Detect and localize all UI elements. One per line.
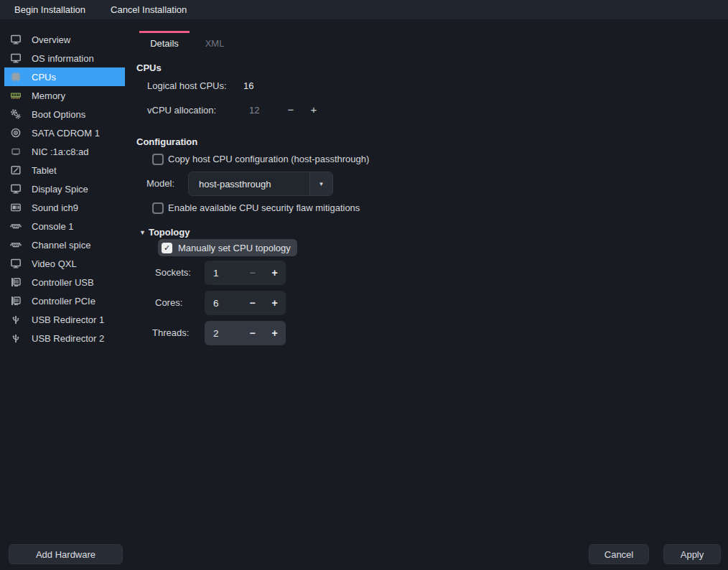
controller-icon [10, 276, 22, 288]
sidebar-item-sata-cdrom-1[interactable]: SATA CDROM 1 [0, 123, 125, 142]
nic-icon [10, 146, 22, 157]
cores-spinner: 6 − + [205, 291, 286, 315]
sidebar-item-usb-redirector-2[interactable]: USB Redirector 2 [0, 329, 125, 347]
sidebar-item-label: Memory [32, 90, 65, 101]
disc-icon [10, 127, 22, 139]
manual-topology-checkbox-label: Manually set CPU topology [178, 243, 291, 253]
vcpu-allocation-label: vCPU allocation: [147, 105, 216, 116]
serial-icon [10, 239, 22, 251]
sidebar-item-nic-1a-c8-ad[interactable]: NIC :1a:c8:ad [0, 142, 125, 161]
add-hardware-button[interactable]: Add Hardware [9, 544, 123, 564]
cores-minus-button[interactable]: − [241, 297, 263, 309]
sidebar-item-os-information[interactable]: OS information [0, 49, 125, 67]
sidebar-item-label: Video QXL [32, 258, 77, 269]
sidebar-item-channel-spice[interactable]: Channel spice [0, 235, 125, 254]
manual-topology-row[interactable]: ✓ Manually set CPU topology [158, 239, 297, 256]
cancel-button[interactable]: Cancel [589, 544, 649, 564]
sidebar-item-display-spice[interactable]: Display Spice [0, 179, 125, 198]
security-mitigations-checkbox-label[interactable]: Enable available CPU security flaw mitig… [168, 202, 360, 214]
cpu-icon [10, 71, 22, 83]
threads-label: Threads: [152, 327, 189, 339]
sidebar-item-label: Overview [32, 34, 70, 45]
sockets-plus-button[interactable]: + [263, 267, 286, 279]
sidebar-item-label: NIC :1a:c8:ad [32, 146, 89, 157]
threads-plus-button[interactable]: + [263, 327, 286, 339]
virt-manager-window: Begin Installation Cancel Installation O… [0, 0, 728, 570]
sidebar-item-console-1[interactable]: Console 1 [0, 217, 125, 235]
cores-plus-button[interactable]: + [263, 297, 286, 309]
cpu-model-entry[interactable]: host-passthrough [189, 172, 309, 195]
sidebar-item-tablet[interactable]: Tablet [0, 161, 125, 179]
cores-value[interactable]: 6 [205, 298, 241, 309]
threads-minus-button[interactable]: − [241, 327, 263, 339]
threads-spinner: 2 − + [205, 321, 286, 345]
checkmark-icon: ✓ [164, 243, 170, 253]
sidebar-item-label: Channel spice [32, 240, 90, 251]
copy-host-cpu-checkbox-label[interactable]: Copy host CPU configuration (host-passth… [168, 154, 369, 165]
logical-host-cpus-label: Logical host CPUs: [147, 80, 227, 92]
cpus-section-heading: CPUs [136, 62, 162, 74]
sidebar-item-label: OS information [32, 53, 94, 64]
sidebar-item-label: SATA CDROM 1 [32, 128, 100, 139]
vcpu-allocation-value[interactable]: 12 [249, 105, 259, 116]
tab-details[interactable]: Details [139, 31, 190, 54]
sidebar-item-label: Sound ich9 [32, 202, 78, 213]
usb-icon [10, 314, 22, 325]
cancel-installation-button[interactable]: Cancel Installation [111, 4, 187, 15]
sidebar-item-label: USB Redirector 1 [32, 314, 104, 325]
expander-arrow-icon: ▼ [139, 227, 146, 238]
copy-host-cpu-checkbox[interactable] [152, 154, 164, 165]
sidebar-item-controller-pcie[interactable]: Controller PCIe [0, 291, 125, 310]
sidebar-item-sound-ich9[interactable]: Sound ich9 [0, 198, 125, 217]
usb-icon [10, 332, 22, 344]
sidebar-item-video-qxl[interactable]: Video QXL [0, 254, 125, 273]
sockets-label: Sockets: [155, 267, 191, 279]
security-mitigations-checkbox[interactable] [152, 202, 164, 214]
serial-icon [10, 220, 22, 232]
sidebar-item-cpus[interactable]: CPUs [4, 67, 125, 86]
sockets-spinner: 1 − + [205, 261, 286, 285]
vcpu-minus-button[interactable]: − [282, 104, 299, 116]
memory-icon [10, 90, 22, 101]
hardware-sidebar: Overview OS information CPUs Memory Boot… [0, 30, 125, 347]
monitor-icon [10, 258, 22, 269]
cpu-model-dropdown-button[interactable]: ▼ [309, 172, 332, 195]
configuration-section-heading: Configuration [136, 136, 197, 148]
sidebar-item-label: CPUs [32, 72, 56, 83]
cpu-model-combobox: host-passthrough ▼ [188, 172, 333, 196]
apply-button[interactable]: Apply [663, 544, 721, 564]
top-toolbar: Begin Installation Cancel Installation [0, 0, 728, 19]
gears-icon [10, 108, 22, 120]
detail-tabbar: Details XML [139, 31, 240, 54]
sidebar-item-overview[interactable]: Overview [0, 30, 125, 49]
monitor-icon [10, 52, 22, 64]
sidebar-item-boot-options[interactable]: Boot Options [0, 105, 125, 123]
sidebar-item-label: Boot Options [32, 109, 85, 120]
sidebar-item-memory[interactable]: Memory [0, 86, 125, 105]
sidebar-item-usb-redirector-1[interactable]: USB Redirector 1 [0, 310, 125, 329]
controller-icon [10, 295, 22, 307]
tablet-icon [10, 164, 22, 176]
sockets-minus-button[interactable]: − [241, 267, 263, 279]
sidebar-item-controller-usb[interactable]: Controller USB [0, 273, 125, 291]
manual-topology-checkbox[interactable]: ✓ [162, 243, 172, 253]
logical-host-cpus-value: 16 [243, 80, 253, 92]
sound-icon [10, 202, 22, 213]
sidebar-item-label: Controller PCIe [32, 296, 95, 307]
monitor-icon [10, 183, 22, 195]
threads-value[interactable]: 2 [205, 328, 241, 339]
sidebar-item-label: Display Spice [32, 184, 88, 195]
sockets-value[interactable]: 1 [205, 268, 241, 279]
monitor-icon [10, 34, 22, 45]
sidebar-item-label: Tablet [32, 165, 57, 176]
sidebar-item-label: Controller USB [32, 277, 94, 288]
model-label: Model: [146, 178, 174, 190]
cores-label: Cores: [155, 297, 182, 309]
vcpu-plus-button[interactable]: + [305, 104, 322, 116]
topology-section-heading: Topology [149, 227, 190, 238]
topology-expander[interactable]: ▼ Topology [139, 227, 190, 238]
begin-installation-button[interactable]: Begin Installation [14, 4, 85, 15]
sidebar-item-label: Console 1 [32, 221, 74, 232]
tab-xml[interactable]: XML [190, 31, 240, 54]
chevron-down-icon: ▼ [319, 181, 325, 187]
